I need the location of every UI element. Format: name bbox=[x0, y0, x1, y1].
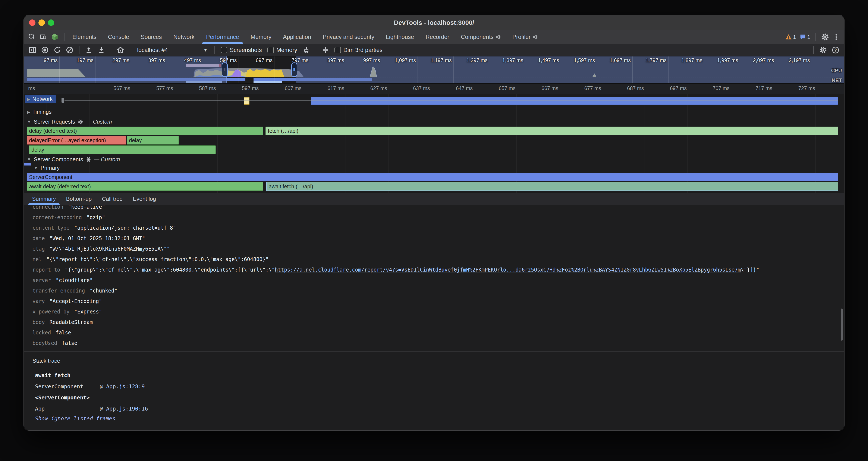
timings-track-label[interactable]: ▶ Timings bbox=[25, 108, 55, 116]
flamechart-tracks[interactable]: ▶ Network ▶ Timings ▼ Server Requests — … bbox=[24, 94, 844, 193]
flame-bar-delay[interactable]: delay bbox=[127, 136, 179, 145]
server-requests-header[interactable]: ▼ Server Requests — Custom bbox=[27, 118, 112, 125]
help-icon[interactable] bbox=[831, 45, 840, 55]
kebab-menu-icon[interactable] bbox=[833, 33, 840, 40]
header-value: "application/json; charset=utf-8" bbox=[74, 225, 176, 231]
flame-bar-delay-deferred-text[interactable]: delay (deferred text) bbox=[27, 126, 263, 135]
warnings-badge[interactable]: 1 bbox=[785, 34, 796, 40]
save-profile-button[interactable] bbox=[97, 45, 106, 55]
chevron-down-icon: ▼ bbox=[34, 166, 38, 170]
ruler-tick-label: 697 ms bbox=[648, 85, 687, 91]
network-track-line bbox=[64, 100, 838, 100]
chevron-down-icon: ▼ bbox=[27, 119, 31, 124]
overview-tick-label: 897 ms bbox=[312, 57, 344, 63]
chevron-down-icon: ▼ bbox=[27, 157, 31, 162]
overview-right-handle[interactable]: ‖ bbox=[291, 62, 297, 77]
network-track-label[interactable]: ▶ Network bbox=[25, 95, 56, 103]
live-metrics-home-button[interactable] bbox=[116, 45, 125, 55]
device-toolbar-icon[interactable] bbox=[40, 33, 47, 40]
flame-bar-await-delay-deferred-text[interactable]: await delay (deferred text) bbox=[27, 182, 263, 191]
chevron-right-icon: ▶ bbox=[27, 110, 30, 115]
flame-bar-await-fetch-api[interactable]: await fetch (…/api) bbox=[266, 182, 838, 191]
toggle-sidebar-button[interactable] bbox=[28, 45, 37, 55]
tab-performance[interactable]: Performance bbox=[200, 30, 245, 44]
overview-gridline bbox=[239, 56, 239, 83]
ruler-tick-label: 667 ms bbox=[520, 85, 558, 91]
performance-settings-gear-icon[interactable] bbox=[818, 45, 828, 55]
clear-button[interactable] bbox=[65, 45, 74, 55]
header-key: content-encoding bbox=[32, 214, 82, 221]
header-value: false bbox=[62, 340, 77, 346]
flame-bar-delayederror-ayed-exception[interactable]: delayedError (…ayed exception) bbox=[27, 136, 126, 145]
ruler-tick-label: 577 ms bbox=[134, 85, 173, 91]
timings-track: ▶ Timings bbox=[24, 107, 844, 118]
overview-gridline bbox=[525, 56, 525, 83]
header-key: vary bbox=[32, 298, 45, 304]
message-icon bbox=[800, 34, 806, 40]
history-select[interactable]: localhost #4 ▼ bbox=[135, 47, 210, 54]
issues-badge[interactable]: 1 bbox=[800, 34, 810, 40]
header-value: "W/\"4b1-RjEJloX9kRinu6F0MAZMmy6E5iA\"" bbox=[50, 246, 170, 252]
primary-track-chip bbox=[24, 163, 31, 166]
tab-sources[interactable]: Sources bbox=[135, 30, 168, 44]
tab-profiler[interactable]: Profiler bbox=[507, 30, 544, 44]
overview-left-handle[interactable]: ‖ bbox=[222, 62, 228, 77]
server-components-header[interactable]: ▼ Server Components — Custom bbox=[27, 156, 120, 163]
network-request-bar[interactable] bbox=[311, 97, 838, 105]
flame-bar-fetch-api[interactable]: fetch (…/api) bbox=[266, 126, 838, 135]
stack-trace-title: Stack trace bbox=[32, 357, 844, 364]
header-key: date bbox=[32, 235, 45, 241]
memory-checkbox[interactable]: Memory bbox=[266, 47, 299, 54]
overview-tick-label: 797 ms bbox=[276, 57, 308, 63]
screenshots-checkbox[interactable]: Screenshots bbox=[220, 47, 263, 54]
tab-application[interactable]: Application bbox=[277, 30, 317, 44]
stack-frame-source-link[interactable]: App.js:190:16 bbox=[106, 406, 148, 412]
details-tab-call-tree[interactable]: Call tree bbox=[97, 193, 128, 205]
tab-recorder[interactable]: Recorder bbox=[420, 30, 455, 44]
tab-memory[interactable]: Memory bbox=[245, 30, 277, 44]
record-and-reload-button[interactable] bbox=[53, 45, 62, 55]
stack-frame: <ServerComponent> bbox=[32, 392, 844, 403]
tab-network[interactable]: Network bbox=[168, 30, 200, 44]
inspect-icon[interactable] bbox=[29, 33, 36, 40]
report-to-url-link[interactable]: https://a.nel.cloudflare.com/report/v4?s… bbox=[275, 267, 741, 273]
tab-console[interactable]: Console bbox=[102, 30, 135, 44]
overview-tick-label: 1,597 ms bbox=[563, 57, 595, 63]
react-atom-icon bbox=[496, 34, 501, 39]
header-row-nel: nel"{\"report_to\":\"cf-nel\",\"success_… bbox=[24, 254, 844, 264]
stack-frame-source-link[interactable]: App.js:128:9 bbox=[106, 383, 145, 390]
overview-tick-label: 1,397 ms bbox=[491, 57, 523, 63]
overview-gridline bbox=[597, 56, 597, 83]
flame-bar-delay[interactable]: delay bbox=[29, 145, 216, 154]
network-track-handle[interactable] bbox=[62, 98, 64, 103]
primary-group-header[interactable]: ▼ Primary bbox=[34, 165, 60, 171]
tab-lighthouse[interactable]: Lighthouse bbox=[380, 30, 420, 44]
overview-tick-label: 97 ms bbox=[26, 57, 58, 63]
tab-privacy-and-security[interactable]: Privacy and security bbox=[317, 30, 380, 44]
extension-icon[interactable] bbox=[51, 33, 59, 41]
timeline-overview[interactable]: 97 ms197 ms297 ms397 ms497 ms597 ms697 m… bbox=[24, 56, 844, 84]
stack-frame-function: <ServerComponent> bbox=[35, 395, 90, 401]
ruler-tick-label: ms bbox=[28, 85, 41, 91]
details-tab-summary[interactable]: Summary bbox=[27, 193, 61, 205]
dim-3rd-parties-checkbox[interactable]: Dim 3rd parties bbox=[333, 47, 384, 54]
header-key: x-powered-by bbox=[32, 309, 69, 315]
overview-gridline bbox=[417, 56, 418, 83]
header-value: "Wed, 01 Oct 2025 18:32:01 GMT" bbox=[50, 235, 145, 241]
tab-components[interactable]: Components bbox=[455, 30, 507, 44]
record-button[interactable] bbox=[40, 45, 50, 55]
collapse-tracks-icon[interactable] bbox=[321, 45, 330, 55]
tab-elements[interactable]: Elements bbox=[67, 30, 102, 44]
load-profile-button[interactable] bbox=[84, 45, 94, 55]
summary-details-pane[interactable]: connection"keep-alive"content-encoding"g… bbox=[24, 205, 844, 351]
chevron-down-icon: ▼ bbox=[203, 48, 208, 53]
details-tab-bottom-up[interactable]: Bottom-up bbox=[61, 193, 97, 205]
details-tab-event-log[interactable]: Event log bbox=[128, 193, 161, 205]
collect-garbage-icon[interactable] bbox=[302, 45, 311, 55]
show-ignore-listed-frames-link[interactable]: Show ignore-listed frames bbox=[35, 415, 115, 422]
overview-tick-label: 1,497 ms bbox=[527, 57, 559, 63]
flame-bar-servercomponent[interactable]: ServerComponent bbox=[27, 173, 838, 181]
scrollbar-thumb[interactable] bbox=[841, 309, 843, 341]
settings-gear-icon[interactable] bbox=[821, 33, 829, 41]
network-request-bar[interactable] bbox=[244, 97, 249, 105]
